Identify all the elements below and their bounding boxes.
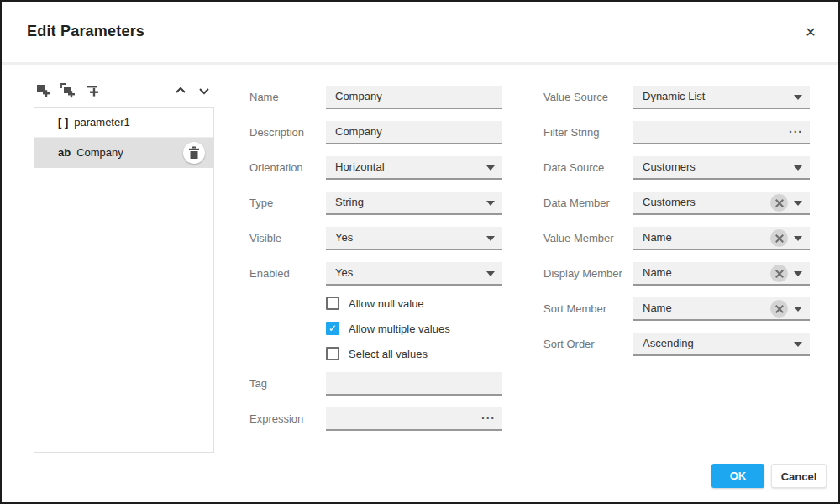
sort-member-label: Sort Member — [543, 297, 606, 321]
sort-order-value: Ascending — [643, 337, 694, 349]
list-item-label: Company — [76, 146, 123, 159]
chevron-down-icon — [794, 165, 802, 171]
clear-icon[interactable] — [770, 265, 788, 282]
move-up-icon[interactable] — [174, 84, 187, 97]
parameter-list: [ ]parameter1 abCompany — [34, 107, 214, 453]
bracket-type-icon: [ ] — [58, 116, 68, 129]
add-separator-icon[interactable] — [86, 82, 102, 99]
ellipsis-icon[interactable]: ··· — [789, 121, 803, 143]
description-label: Description — [249, 121, 304, 144]
value-member-value: Name — [643, 231, 672, 244]
header-separator — [2, 62, 838, 65]
checkbox-checked-icon: ✓ — [326, 322, 339, 335]
chevron-down-icon — [794, 342, 802, 347]
value-source-label: Value Source — [543, 86, 608, 109]
visible-label: Visible — [249, 227, 281, 250]
allow-null-value-label: Allow null value — [349, 297, 424, 311]
enabled-select[interactable]: Yes — [326, 262, 502, 286]
chevron-down-icon — [486, 236, 495, 241]
visible-value: Yes — [335, 231, 353, 244]
chevron-down-icon — [486, 271, 495, 276]
data-source-select[interactable]: Customers — [633, 156, 810, 180]
type-label: Type — [249, 192, 273, 215]
data-source-value: Customers — [643, 160, 696, 173]
move-down-icon[interactable] — [197, 84, 211, 97]
tag-input[interactable] — [326, 372, 502, 396]
visible-select[interactable]: Yes — [326, 227, 502, 250]
clear-icon[interactable] — [770, 229, 788, 247]
chevron-down-icon — [794, 307, 802, 312]
cancel-button[interactable]: Cancel — [771, 464, 827, 488]
display-member-label: Display Member — [543, 262, 622, 286]
list-item-company[interactable]: abCompany — [34, 138, 213, 168]
list-item-label: parameter1 — [74, 116, 129, 129]
name-input[interactable]: Company — [326, 86, 502, 109]
data-member-select[interactable]: Customers — [633, 192, 810, 215]
add-parameter-icon[interactable] — [35, 82, 52, 99]
ellipsis-icon[interactable]: ··· — [481, 407, 496, 429]
value-source-value: Dynamic List — [643, 90, 705, 102]
tag-label: Tag — [249, 372, 267, 396]
close-icon[interactable]: ✕ — [801, 24, 820, 42]
sort-order-select[interactable]: Ascending — [633, 333, 810, 356]
edit-parameters-dialog: Edit Parameters ✕ — [0, 0, 840, 504]
value-source-select[interactable]: Dynamic List — [633, 86, 810, 109]
orientation-label: Orientation — [249, 156, 303, 180]
clear-icon[interactable] — [770, 194, 788, 212]
description-input[interactable]: Company — [326, 121, 502, 144]
filter-string-label: Filter String — [543, 121, 599, 144]
allow-multiple-values-label: Allow multiple values — [349, 322, 450, 336]
filter-string-input[interactable]: ··· — [633, 121, 810, 144]
value-member-select[interactable]: Name — [633, 227, 810, 250]
chevron-down-icon — [794, 95, 802, 100]
type-select[interactable]: String — [326, 192, 502, 215]
delete-parameter-button[interactable] — [183, 142, 205, 164]
add-group-icon[interactable] — [60, 82, 76, 99]
data-member-label: Data Member — [543, 192, 610, 215]
parameter-list-toolbar — [34, 81, 214, 102]
orientation-value: Horizontal — [335, 160, 385, 173]
dialog-title: Edit Parameters — [27, 23, 144, 40]
name-label: Name — [249, 86, 279, 109]
select-all-values-label: Select all values — [349, 347, 428, 361]
chevron-down-icon — [794, 271, 802, 276]
sort-order-label: Sort Order — [543, 333, 595, 356]
list-item-parameter1[interactable]: [ ]parameter1 — [34, 108, 213, 138]
trash-icon — [188, 146, 200, 160]
chevron-down-icon — [794, 236, 802, 241]
display-member-select[interactable]: Name — [633, 262, 810, 286]
ok-button[interactable]: OK — [711, 464, 764, 488]
orientation-select[interactable]: Horizontal — [326, 156, 502, 180]
sort-member-value: Name — [643, 302, 672, 314]
expression-input[interactable]: ··· — [326, 407, 502, 431]
display-member-value: Name — [643, 266, 672, 279]
checkbox-icon — [326, 297, 339, 310]
data-source-label: Data Source — [543, 156, 604, 180]
enabled-label: Enabled — [249, 262, 290, 286]
chevron-down-icon — [486, 165, 495, 171]
data-member-value: Customers — [643, 196, 696, 208]
type-value: String — [335, 196, 364, 208]
chevron-down-icon — [794, 201, 802, 206]
value-member-label: Value Member — [543, 227, 614, 250]
sort-member-select[interactable]: Name — [633, 297, 810, 321]
chevron-down-icon — [486, 201, 495, 206]
expression-label: Expression — [249, 407, 303, 431]
clear-icon[interactable] — [770, 300, 788, 318]
enabled-value: Yes — [335, 266, 353, 279]
dialog-header: Edit Parameters ✕ — [2, 2, 838, 62]
checkbox-icon — [326, 347, 339, 360]
string-type-icon: ab — [58, 146, 71, 159]
